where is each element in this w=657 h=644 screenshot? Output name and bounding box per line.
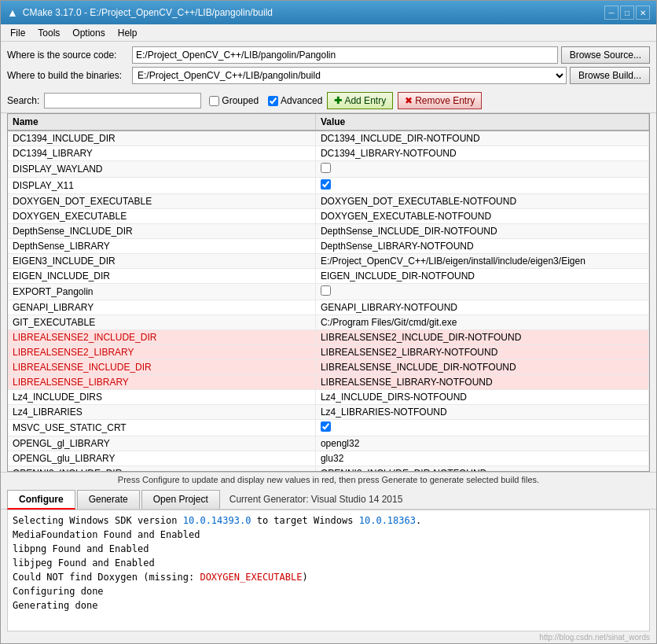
- menu-file[interactable]: File: [4, 26, 31, 40]
- tab-open-project[interactable]: Open Project: [141, 490, 220, 509]
- cell-name: EXPORT_Pangolin: [8, 284, 315, 300]
- cell-checkbox[interactable]: [321, 179, 331, 190]
- source-label: Where is the source code:: [7, 50, 129, 61]
- form-area: Where is the source code: Browse Source.…: [1, 42, 656, 89]
- advanced-checkbox-label[interactable]: Advanced: [268, 95, 322, 106]
- cell-value[interactable]: [315, 161, 648, 178]
- cell-value: C:/Program Files/Git/cmd/git.exe: [315, 315, 648, 330]
- cell-checkbox[interactable]: [321, 421, 331, 432]
- table-row[interactable]: DC1394_LIBRARYDC1394_LIBRARY-NOTFOUND: [8, 146, 649, 161]
- grouped-checkbox[interactable]: [209, 96, 219, 106]
- grouped-label: Grouped: [222, 95, 259, 106]
- table-row[interactable]: EIGEN_INCLUDE_DIREIGEN_INCLUDE_DIR-NOTFO…: [8, 269, 649, 284]
- table-row[interactable]: DepthSense_INCLUDE_DIRDepthSense_INCLUDE…: [8, 224, 649, 239]
- cell-value: DOXYGEN_EXECUTABLE-NOTFOUND: [315, 209, 648, 224]
- table-row[interactable]: DISPLAY_WAYLAND: [8, 161, 649, 178]
- table-row[interactable]: GENAPI_LIBRARYGENAPI_LIBRARY-NOTFOUND: [8, 300, 649, 315]
- table-row[interactable]: LIBREALSENSE_LIBRARYLIBREALSENSE_LIBRARY…: [8, 375, 649, 390]
- table-row[interactable]: GIT_EXECUTABLEC:/Program Files/Git/cmd/g…: [8, 315, 649, 330]
- cell-value[interactable]: [315, 420, 648, 436]
- source-input[interactable]: [132, 46, 558, 64]
- table-row[interactable]: MSVC_USE_STATIC_CRT: [8, 420, 649, 436]
- maximize-button[interactable]: □: [620, 6, 634, 20]
- table-row[interactable]: LIBREALSENSE2_INCLUDE_DIRLIBREALSENSE2_I…: [8, 330, 649, 345]
- table-row[interactable]: DOXYGEN_EXECUTABLEDOXYGEN_EXECUTABLE-NOT…: [8, 209, 649, 224]
- table-row[interactable]: EXPORT_Pangolin: [8, 284, 649, 300]
- table-row[interactable]: Lz4_LIBRARIESLz4_LIBRARIES-NOTFOUND: [8, 405, 649, 420]
- status-text: Press Configure to update and display ne…: [118, 475, 539, 484]
- table-row[interactable]: LIBREALSENSE2_LIBRARYLIBREALSENSE2_LIBRA…: [8, 345, 649, 360]
- minimize-button[interactable]: ─: [604, 6, 618, 20]
- tabs-area: Configure Generate Open Project Current …: [1, 487, 656, 510]
- search-input[interactable]: [44, 93, 201, 109]
- table-row[interactable]: LIBREALSENSE_INCLUDE_DIRLIBREALSENSE_INC…: [8, 360, 649, 375]
- tab-open-project-label: Open Project: [153, 494, 208, 505]
- tab-generate[interactable]: Generate: [77, 490, 140, 509]
- menu-help[interactable]: Help: [112, 26, 144, 40]
- menu-bar: File Tools Options Help: [1, 24, 656, 42]
- title-controls: ─ □ ✕: [604, 6, 650, 20]
- cell-name: GENAPI_LIBRARY: [8, 300, 315, 315]
- cell-name: DOXYGEN_EXECUTABLE: [8, 209, 315, 224]
- cell-value: LIBREALSENSE2_INCLUDE_DIR-NOTFOUND: [315, 330, 648, 345]
- cell-checkbox[interactable]: [321, 285, 331, 296]
- tab-configure[interactable]: Configure: [7, 490, 75, 510]
- search-row: Search: Grouped Advanced ✚ Add Entry ✖ R…: [1, 89, 656, 113]
- table-row[interactable]: EIGEN3_INCLUDE_DIRE:/Project_OpenCV_C++/…: [8, 254, 649, 269]
- cell-name: LIBREALSENSE_INCLUDE_DIR: [8, 360, 315, 375]
- table-row[interactable]: OPENNI2_INCLUDE_DIROPENNI2_INCLUDE_DIR-N…: [8, 466, 649, 473]
- menu-tools[interactable]: Tools: [31, 26, 66, 40]
- source-row: Where is the source code: Browse Source.…: [7, 46, 650, 64]
- cell-value: EIGEN_INCLUDE_DIR-NOTFOUND: [315, 269, 648, 284]
- close-button[interactable]: ✕: [636, 6, 650, 20]
- add-entry-button[interactable]: ✚ Add Entry: [327, 92, 393, 109]
- output-line: libpng Found and Enabled: [13, 542, 644, 556]
- cell-value: DepthSense_LIBRARY-NOTFOUND: [315, 239, 648, 254]
- tab-generate-label: Generate: [89, 494, 128, 505]
- cell-name: GIT_EXECUTABLE: [8, 315, 315, 330]
- output-line: Configuring done: [13, 584, 644, 598]
- output-line: Could NOT find Doxygen (missing: DOXYGEN…: [13, 570, 644, 584]
- main-window: ▲ CMake 3.17.0 - E:/Project_OpenCV_C++/L…: [0, 0, 657, 644]
- cell-name: DC1394_LIBRARY: [8, 146, 315, 161]
- cell-value: GENAPI_LIBRARY-NOTFOUND: [315, 300, 648, 315]
- table-row[interactable]: Lz4_INCLUDE_DIRSLz4_INCLUDE_DIRS-NOTFOUN…: [8, 390, 649, 405]
- cell-name: EIGEN3_INCLUDE_DIR: [8, 254, 315, 269]
- output-line: Selecting Windows SDK version 10.0.14393…: [13, 513, 644, 528]
- cell-value: opengl32: [315, 436, 648, 451]
- entries-table-container[interactable]: Name Value DC1394_INCLUDE_DIRDC1394_INCL…: [7, 113, 650, 472]
- cell-name: LIBREALSENSE2_LIBRARY: [8, 345, 315, 360]
- menu-options[interactable]: Options: [66, 26, 111, 40]
- cell-value: LIBREALSENSE_LIBRARY-NOTFOUND: [315, 375, 648, 390]
- cell-name: OPENGL_glu_LIBRARY: [8, 451, 315, 466]
- browse-source-button[interactable]: Browse Source...: [561, 46, 650, 64]
- grouped-checkbox-label[interactable]: Grouped: [209, 95, 259, 106]
- remove-entry-button[interactable]: ✖ Remove Entry: [398, 92, 482, 109]
- build-row: Where to build the binaries: E:/Project_…: [7, 67, 650, 84]
- cell-checkbox[interactable]: [321, 163, 331, 173]
- cell-name: MSVC_USE_STATIC_CRT: [8, 420, 315, 436]
- build-select[interactable]: E:/Project_OpenCV_C++/LIB/pangolin/build: [132, 67, 567, 84]
- table-row[interactable]: OPENGL_gl_LIBRARYopengl32: [8, 436, 649, 451]
- window-title: CMake 3.17.0 - E:/Project_OpenCV_C++/LIB…: [23, 7, 273, 18]
- cell-name: OPENGL_gl_LIBRARY: [8, 436, 315, 451]
- advanced-checkbox[interactable]: [268, 96, 278, 106]
- cell-name: DepthSense_INCLUDE_DIR: [8, 224, 315, 239]
- table-row[interactable]: OPENGL_glu_LIBRARYglu32: [8, 451, 649, 466]
- cell-value[interactable]: [315, 178, 648, 194]
- table-row[interactable]: DOXYGEN_DOT_EXECUTABLEDOXYGEN_DOT_EXECUT…: [8, 194, 649, 209]
- browse-build-button[interactable]: Browse Build...: [570, 67, 650, 84]
- cell-value: OPENNI2_INCLUDE_DIR-NOTFOUND: [315, 466, 648, 473]
- title-bar-left: ▲ CMake 3.17.0 - E:/Project_OpenCV_C++/L…: [7, 6, 273, 19]
- table-row[interactable]: DC1394_INCLUDE_DIRDC1394_INCLUDE_DIR-NOT…: [8, 131, 649, 146]
- col-value-header: Value: [315, 114, 648, 131]
- cell-value[interactable]: [315, 284, 648, 300]
- checkbox-group: Grouped Advanced: [209, 95, 322, 106]
- table-row[interactable]: DepthSense_LIBRARYDepthSense_LIBRARY-NOT…: [8, 239, 649, 254]
- cell-name: LIBREALSENSE_LIBRARY: [8, 375, 315, 390]
- output-area: Selecting Windows SDK version 10.0.14393…: [7, 510, 650, 631]
- cell-name: Lz4_INCLUDE_DIRS: [8, 390, 315, 405]
- table-row[interactable]: DISPLAY_X11: [8, 178, 649, 194]
- cell-name: DC1394_INCLUDE_DIR: [8, 131, 315, 146]
- advanced-label: Advanced: [281, 95, 322, 106]
